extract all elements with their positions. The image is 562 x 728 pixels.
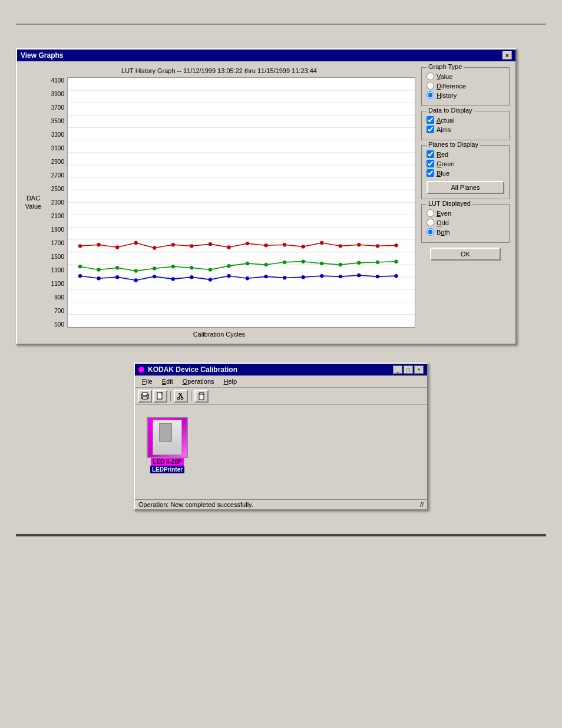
view-graphs-close-button[interactable]: ×: [503, 51, 512, 60]
top-rule: [16, 24, 546, 25]
svg-point-60: [171, 277, 175, 281]
kodak-titlebar: KODAK Device Calibration _ □ ×: [135, 364, 427, 375]
svg-point-39: [115, 266, 119, 269]
menu-edit[interactable]: Edit: [157, 377, 178, 386]
svg-point-27: [227, 245, 230, 249]
kodak-title-text: KODAK Device Calibration: [148, 365, 237, 374]
radio-both-item: Both: [427, 228, 504, 236]
maximize-button[interactable]: □: [404, 365, 413, 374]
svg-point-66: [283, 276, 286, 279]
svg-point-47: [264, 263, 267, 266]
graph-type-group: Graph Type Value Difference History: [421, 67, 510, 106]
radio-even[interactable]: [427, 209, 434, 217]
graph-type-title: Graph Type: [427, 63, 464, 70]
svg-point-29: [264, 243, 267, 247]
svg-point-20: [97, 243, 100, 246]
radio-history[interactable]: [427, 91, 434, 99]
device-icon[interactable]: LED II-20P LEDPrinter: [147, 417, 188, 473]
svg-point-43: [190, 266, 193, 269]
svg-rect-84: [200, 393, 203, 394]
svg-point-63: [227, 274, 230, 278]
minimize-button[interactable]: _: [393, 365, 402, 374]
checkbox-blue-label: Blue: [437, 170, 449, 177]
svg-rect-77: [157, 393, 162, 399]
radio-value-label: Value: [437, 73, 452, 80]
menu-help[interactable]: Help: [219, 377, 242, 386]
svg-point-67: [302, 275, 305, 279]
svg-point-35: [376, 244, 379, 248]
kodak-window-controls: _ □ ×: [393, 365, 424, 374]
all-planes-button[interactable]: All Planes: [427, 181, 504, 194]
planes-to-display-group: Planes to Display Red Green Blue All Pla…: [421, 145, 510, 199]
page-container: View Graphs × LUT History Graph -- 11/12…: [16, 12, 546, 548]
svg-point-26: [209, 242, 212, 246]
menu-operations[interactable]: Operations: [178, 377, 219, 386]
ok-button[interactable]: OK: [430, 248, 501, 261]
radio-difference-label: Difference: [437, 83, 466, 90]
svg-point-41: [153, 266, 156, 270]
radio-difference[interactable]: [427, 82, 434, 90]
kodak-menubar: File Edit Operations Help: [135, 375, 427, 388]
toolbar-separator-2: [191, 391, 191, 401]
svg-point-48: [283, 261, 286, 264]
radio-history-label: History: [437, 92, 457, 99]
svg-point-71: [376, 275, 379, 278]
toolbar-paste-button[interactable]: [194, 390, 209, 403]
svg-point-38: [97, 268, 100, 271]
checkbox-aims[interactable]: [427, 126, 434, 133]
radio-value[interactable]: [427, 73, 434, 80]
svg-point-56: [97, 276, 100, 280]
svg-point-25: [190, 244, 193, 248]
toolbar-print-button[interactable]: [138, 390, 152, 403]
svg-point-58: [134, 278, 138, 282]
svg-point-64: [246, 276, 249, 280]
lut-displayed-group: LUT Displayed Even Odd Both: [421, 204, 510, 243]
kodak-statusbar: Operation: New completed successfully. /…: [135, 499, 427, 509]
svg-point-31: [302, 245, 305, 248]
checkbox-red[interactable]: [427, 150, 434, 158]
svg-point-52: [357, 261, 361, 265]
view-graphs-title: View Graphs: [21, 51, 63, 60]
svg-point-68: [320, 274, 323, 278]
kodak-title-dot: [138, 367, 144, 373]
svg-point-51: [339, 263, 342, 266]
checkbox-actual[interactable]: [427, 116, 434, 124]
svg-point-70: [357, 274, 361, 277]
checkbox-green[interactable]: [427, 160, 434, 167]
bottom-rule: [16, 534, 546, 536]
svg-point-62: [209, 278, 212, 281]
radio-even-label: Even: [437, 210, 451, 217]
svg-point-50: [320, 262, 323, 265]
checkbox-aims-label: Aims: [437, 126, 451, 133]
kodak-toolbar: [135, 388, 427, 405]
toolbar-new-button[interactable]: [153, 390, 167, 403]
device-area: LED II-20P LEDPrinter: [141, 411, 421, 493]
toolbar-separator: [170, 391, 171, 401]
status-right: //: [420, 501, 424, 508]
view-graphs-titlebar: View Graphs ×: [17, 50, 515, 61]
svg-point-72: [394, 274, 398, 278]
checkbox-blue[interactable]: [427, 169, 434, 177]
svg-point-21: [115, 245, 119, 249]
svg-point-81: [177, 397, 180, 400]
radio-odd[interactable]: [427, 219, 434, 226]
svg-point-23: [153, 246, 156, 249]
planes-to-display-title: Planes to Display: [427, 141, 480, 148]
checkbox-aims-item: Aims: [427, 126, 504, 133]
view-graphs-body: LUT History Graph -- 11/12/1999 13:05:22…: [17, 61, 515, 344]
checkbox-actual-item: Actual: [427, 116, 504, 124]
svg-point-40: [134, 269, 138, 272]
toolbar-cut-button[interactable]: [174, 390, 188, 403]
radio-both[interactable]: [427, 228, 434, 236]
device-label-top: LED II-20P: [151, 458, 183, 466]
close-button[interactable]: ×: [414, 365, 424, 374]
y-axis-label: DAC Value: [23, 77, 44, 328]
checkbox-green-item: Green: [427, 160, 504, 167]
svg-point-34: [357, 243, 361, 246]
menu-file[interactable]: File: [137, 377, 157, 386]
svg-point-61: [190, 275, 193, 279]
graph-title: LUT History Graph -- 11/12/1999 13:05:22…: [23, 67, 415, 74]
svg-point-69: [339, 275, 342, 278]
view-graphs-dialog: View Graphs × LUT History Graph -- 11/12…: [16, 48, 517, 345]
svg-point-49: [302, 260, 305, 263]
